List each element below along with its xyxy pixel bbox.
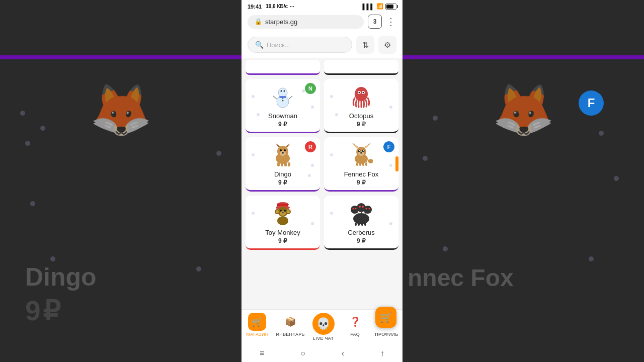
svg-point-63	[362, 206, 364, 208]
phone-container: 19:41 19,6 КБ/с ··· ▌▌▌ 📶 🔒 starpets.gg …	[242, 0, 403, 362]
svg-marker-31	[364, 144, 370, 148]
svg-rect-71	[364, 223, 366, 226]
item-card-dingo[interactable]: R	[246, 137, 320, 192]
octopus-img	[348, 84, 375, 109]
svg-point-53	[282, 212, 284, 214]
svg-rect-6	[279, 96, 286, 98]
livechat-icon-wrap: 💀	[312, 313, 335, 335]
bg-left-name: Dingo	[25, 262, 97, 292]
svg-rect-23	[281, 162, 283, 166]
recent-icon[interactable]: ↑	[380, 349, 384, 358]
dingo-name: Dingo	[274, 170, 291, 178]
menu-icon[interactable]: ≡	[260, 349, 264, 358]
svg-point-65	[355, 208, 356, 210]
back-icon[interactable]: ‹	[342, 349, 344, 358]
wifi-icon: 📶	[376, 3, 383, 10]
inventory-icon: 📦	[285, 316, 296, 327]
svg-point-67	[368, 208, 370, 210]
svg-point-19	[280, 149, 282, 151]
livechat-label: LIVE ЧАТ	[313, 336, 334, 341]
bg-left-currency: ₽	[43, 295, 60, 327]
search-placeholder: Поиск...	[267, 41, 290, 49]
cerberus-price: 9 ₽	[357, 237, 366, 244]
svg-rect-70	[361, 223, 363, 226]
snowman-badge: N	[305, 83, 316, 94]
bg-left-price-num: 9	[25, 295, 41, 327]
nav-faq[interactable]: ❓ FAQ	[342, 313, 368, 337]
bg-right-text: nnec Fox	[408, 264, 514, 292]
filter-button[interactable]: ⚙	[378, 36, 396, 54]
tab-count[interactable]: 3	[368, 15, 382, 29]
items-row-1: N	[246, 79, 398, 133]
background-left: 🦊 Dingo 9 ₽	[0, 0, 242, 362]
svg-point-48	[276, 210, 279, 213]
url-bar[interactable]: 🔒 starpets.gg	[248, 15, 364, 29]
nav-shop[interactable]: 🛒 МАГАЗИН	[244, 313, 270, 337]
svg-point-54	[277, 216, 288, 225]
float-cart-button[interactable]: 🛒	[375, 307, 396, 328]
octopus-name: Octopus	[349, 112, 373, 120]
svg-point-36	[363, 150, 364, 151]
shop-icon: 🛒	[252, 316, 263, 327]
status-left: 19:41 19,6 КБ/с ···	[248, 4, 294, 10]
svg-point-64	[352, 208, 354, 210]
faq-label: FAQ	[350, 332, 360, 337]
search-icon: 🔍	[255, 41, 264, 49]
content-area[interactable]: N	[242, 58, 403, 309]
system-bar: ≡ ○ ‹ ↑	[242, 345, 403, 362]
fennec-badge: F	[383, 141, 394, 152]
svg-rect-40	[362, 162, 364, 166]
profile-label: ПРОФИЛЬ	[375, 332, 398, 337]
partial-row	[246, 60, 398, 75]
svg-point-9	[355, 87, 368, 101]
svg-point-12	[358, 92, 360, 94]
svg-point-62	[359, 206, 361, 208]
svg-line-8	[289, 96, 292, 99]
svg-point-1	[278, 88, 287, 97]
status-right: ▌▌▌ 📶	[363, 3, 396, 10]
svg-point-13	[362, 92, 364, 94]
url-text: starpets.gg	[265, 18, 297, 26]
home-icon[interactable]: ○	[300, 349, 305, 358]
item-card-snowman[interactable]: N	[246, 79, 320, 133]
svg-point-49	[287, 210, 290, 213]
item-card-cerberus[interactable]: Cerberus 9 ₽	[324, 196, 398, 250]
shop-icon-wrap: 🛒	[248, 313, 266, 331]
item-card-octopus[interactable]: Octopus 9 ₽	[324, 79, 398, 133]
svg-marker-30	[353, 144, 359, 148]
svg-rect-41	[365, 162, 367, 166]
item-card-toymonkey[interactable]: Toy Monkey 9 ₽	[246, 196, 320, 250]
status-bar: 19:41 19,6 КБ/с ··· ▌▌▌ 📶	[242, 0, 403, 12]
fennec-price: 9 ₽	[357, 179, 366, 186]
search-box[interactable]: 🔍 Поиск...	[248, 37, 352, 53]
snowman-img	[269, 84, 297, 109]
svg-point-35	[359, 150, 360, 151]
time-display: 19:41	[248, 4, 262, 10]
svg-point-51	[280, 210, 282, 212]
svg-point-21	[282, 152, 284, 154]
svg-rect-22	[277, 162, 280, 166]
toymonkey-name: Toy Monkey	[265, 229, 300, 236]
faq-icon: ❓	[350, 316, 361, 327]
svg-point-66	[365, 208, 367, 210]
item-card-fennec[interactable]: F	[324, 137, 398, 192]
fennec-img	[348, 142, 375, 167]
nav-livechat[interactable]: 💀 LIVE ЧАТ	[310, 313, 337, 341]
items-row-3: Toy Monkey 9 ₽	[246, 196, 398, 250]
svg-point-5	[282, 100, 283, 102]
lock-icon: 🔒	[255, 18, 262, 25]
browser-menu[interactable]: ⋮	[386, 16, 396, 28]
toymonkey-img	[269, 201, 297, 226]
partial-card-right	[324, 60, 398, 75]
dingo-price: 9 ₽	[278, 179, 287, 186]
svg-rect-24	[284, 162, 287, 166]
fennec-indicator	[395, 156, 398, 171]
battery-icon	[385, 4, 396, 10]
dingo-img	[269, 142, 297, 167]
svg-rect-69	[358, 223, 360, 226]
svg-point-2	[280, 90, 282, 92]
sort-button[interactable]: ⇅	[356, 36, 374, 54]
svg-point-20	[284, 149, 286, 151]
signal-bars: ▌▌▌	[363, 4, 374, 10]
nav-inventory[interactable]: 📦 ИНВЕНТАРЬ	[276, 313, 304, 337]
